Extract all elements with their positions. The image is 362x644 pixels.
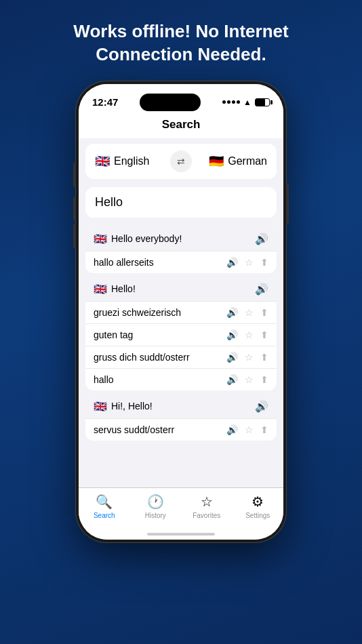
source-flag: 🇬🇧 <box>95 154 110 169</box>
translation-text: servus suddt/osterr <box>94 424 174 435</box>
result-source-text: Hello! <box>111 283 136 294</box>
favorite-icon[interactable]: ☆ <box>245 424 254 435</box>
favorite-icon[interactable]: ☆ <box>245 329 254 340</box>
history-tab-icon: 🕐 <box>147 494 164 510</box>
result-translation-row: gruss dich suddt/osterr 🔊 ☆ ⬆ <box>85 346 277 368</box>
target-language-name: German <box>228 155 267 167</box>
settings-tab-icon: ⚙ <box>252 494 264 510</box>
dynamic-island <box>140 94 201 111</box>
result-source-row[interactable]: 🇬🇧 Hello everybody! 🔊 <box>85 227 277 251</box>
favorite-icon[interactable]: ☆ <box>245 257 254 268</box>
language-selector[interactable]: 🇬🇧 English ⇄ 🇩🇪 German <box>85 144 277 179</box>
tab-settings[interactable]: ⚙ Settings <box>233 494 284 519</box>
audio-translation-icon[interactable]: 🔊 <box>226 374 238 385</box>
result-translation-row: gruezi schweizerisch 🔊 ☆ ⬆ <box>85 301 277 323</box>
favorite-icon[interactable]: ☆ <box>245 307 254 318</box>
share-icon[interactable]: ⬆ <box>260 307 268 318</box>
phone-shell: 12:47 ▲ Search 🇬🇧 <box>76 81 286 542</box>
audio-icon[interactable]: 🔊 <box>255 400 268 413</box>
audio-translation-icon[interactable]: 🔊 <box>226 257 238 268</box>
search-input[interactable]: Hello <box>85 187 277 218</box>
audio-translation-icon[interactable]: 🔊 <box>226 307 238 318</box>
home-indicator <box>79 530 283 540</box>
tab-bar: 🔍 Search 🕐 History ☆ Favorites ⚙ Setting… <box>79 487 283 530</box>
source-language-name: English <box>114 155 149 167</box>
translation-text: hallo <box>94 374 114 385</box>
target-language[interactable]: 🇩🇪 German <box>197 154 267 169</box>
wifi-icon: ▲ <box>243 98 252 107</box>
result-source-text: Hello everybody! <box>111 233 182 244</box>
target-flag: 🇩🇪 <box>209 154 224 169</box>
result-translation-row: servus suddt/osterr 🔊 ☆ ⬆ <box>85 418 277 441</box>
share-icon[interactable]: ⬆ <box>260 352 268 363</box>
result-flag: 🇬🇧 <box>94 233 107 245</box>
share-icon[interactable]: ⬆ <box>260 374 268 385</box>
search-tab-label: Search <box>94 512 115 519</box>
translation-text: guten tag <box>94 329 133 340</box>
audio-translation-icon[interactable]: 🔊 <box>226 352 238 363</box>
audio-translation-icon[interactable]: 🔊 <box>226 424 238 435</box>
result-flag: 🇬🇧 <box>94 400 107 413</box>
nav-title: Search <box>79 114 283 138</box>
result-translation-row: guten tag 🔊 ☆ ⬆ <box>85 323 277 346</box>
result-translation-row: hallo 🔊 ☆ ⬆ <box>85 368 277 390</box>
settings-tab-label: Settings <box>245 512 270 519</box>
share-icon[interactable]: ⬆ <box>260 424 268 435</box>
audio-translation-icon[interactable]: 🔊 <box>226 329 238 340</box>
signal-icon <box>222 100 240 104</box>
favorites-tab-label: Favorites <box>193 512 220 519</box>
result-translation-row: hallo allerseits 🔊 ☆ ⬆ <box>85 251 277 273</box>
favorite-icon[interactable]: ☆ <box>245 374 254 385</box>
status-bar: 12:47 ▲ <box>79 84 283 114</box>
history-tab-label: History <box>145 512 166 519</box>
status-icons: ▲ <box>222 98 270 107</box>
result-flag: 🇬🇧 <box>94 283 107 296</box>
translation-text: hallo allerseits <box>94 257 154 268</box>
share-icon[interactable]: ⬆ <box>260 257 268 268</box>
swap-languages-button[interactable]: ⇄ <box>170 150 192 172</box>
result-group: 🇬🇧 Hi!, Hello! 🔊 servus suddt/osterr 🔊 ☆… <box>85 395 277 441</box>
tab-favorites[interactable]: ☆ Favorites <box>181 494 233 519</box>
audio-icon[interactable]: 🔊 <box>255 283 268 296</box>
home-bar <box>147 533 215 536</box>
translation-text: gruezi schweizerisch <box>94 307 181 318</box>
results-area[interactable]: 🇬🇧 Hello everybody! 🔊 hallo allerseits 🔊… <box>79 223 283 487</box>
phone-screen: 12:47 ▲ Search 🇬🇧 <box>79 84 283 540</box>
favorite-icon[interactable]: ☆ <box>245 352 254 363</box>
audio-icon[interactable]: 🔊 <box>255 233 268 245</box>
result-source-row[interactable]: 🇬🇧 Hi!, Hello! 🔊 <box>85 395 277 418</box>
share-icon[interactable]: ⬆ <box>260 329 268 340</box>
tab-history[interactable]: 🕐 History <box>130 494 182 519</box>
source-language[interactable]: 🇬🇧 English <box>95 154 165 169</box>
result-source-row[interactable]: 🇬🇧 Hello! 🔊 <box>85 277 277 301</box>
tab-search[interactable]: 🔍 Search <box>79 494 130 519</box>
headline: Works offline! No InternetConnection Nee… <box>53 20 308 66</box>
battery-icon <box>255 98 270 106</box>
translation-text: gruss dich suddt/osterr <box>94 352 190 363</box>
favorites-tab-icon: ☆ <box>201 494 213 510</box>
result-group: 🇬🇧 Hello! 🔊 gruezi schweizerisch 🔊 ☆ ⬆ g… <box>85 277 277 390</box>
search-tab-icon: 🔍 <box>96 494 113 510</box>
status-time: 12:47 <box>92 96 118 108</box>
result-source-text: Hi!, Hello! <box>111 401 153 411</box>
result-group: 🇬🇧 Hello everybody! 🔊 hallo allerseits 🔊… <box>85 227 277 273</box>
